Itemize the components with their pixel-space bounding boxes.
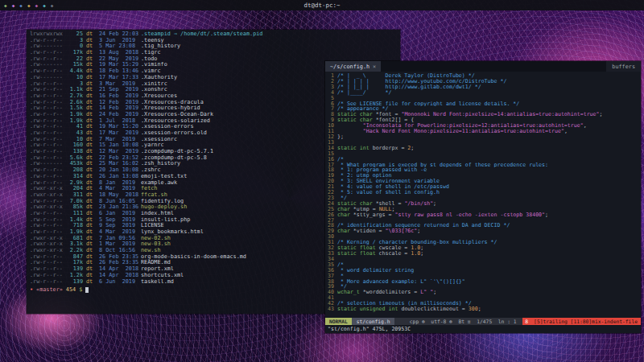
line-text: /* [337,262,641,268]
line-text: * What program is execed by st depends o… [337,162,641,168]
code-line: 20 * 3: SHELL environment variable [325,179,641,184]
line-text: /* |____/ */ [337,90,641,96]
file-name: .steampid ⇒ /home/dt/.steam/steam.pid [141,31,397,38]
prompt-status-dot: • [30,286,33,294]
line-text: * [337,274,641,279]
code-line: 40 wchar_t *worddelimiters = L" "; [325,290,641,295]
code-line: 31 /* Kerning / character bounding-box m… [325,240,641,245]
file-permissions: .rw-r--r-- [30,279,62,286]
line-text: static char *shell = "/bin/sh"; [337,201,641,207]
code-line: 29 char *vtiden = "\033[?6c"; [325,228,641,234]
line-text: * word delimiter string [337,268,641,274]
workspace-icon[interactable]: ◆ [51,2,54,8]
line-text: static char *font = "Mononoki Nerd Font:… [337,112,641,117]
workspace-icon[interactable]: ◆ [43,2,46,8]
line-text: /* | |_| | http://www.gitlab.com/dwt1/ *… [337,84,641,90]
code-line: 9 static char *font2[] = { [325,117,641,123]
buffers-button[interactable]: buffers [606,61,641,72]
statusline-info: cpp ⊕ utf-8 ⊕ Bt ≡ 1/475 ln : 1 [407,318,522,325]
git-branch-label: «master» [36,286,63,294]
close-icon[interactable]: × [373,64,376,70]
code-line: 36 * word delimiter string [325,268,641,274]
window-title: dt@dt-pc:~ [0,2,644,9]
workspace-icon[interactable]: ◆ [12,2,15,8]
workspace-icon[interactable]: ◆ [35,2,39,8]
line-text: char *utmp = NULL; [337,207,641,212]
file-name: .tig_history [141,43,397,50]
code-line: 17 * What program is execed by st depend… [325,162,641,168]
line-text: static float cwscale = 1.0; [337,245,641,251]
code-line: 22 * 5: value of shell in config.h [325,190,641,195]
line-text [337,218,641,224]
file-name: .teensy [141,38,397,44]
prompt-counter: 454 [66,286,76,294]
code-line: 21 * 4: value of shell in /etc/passwd [325,184,641,190]
code-line: 24 static char *shell = "/bin/sh"; [325,201,641,207]
code-line: 26 char *stty_args = "stty raw pass8 nl … [325,212,641,218]
code-line: 32 static float cwscale = 1.0; [325,245,641,251]
code-line: 41 [325,295,641,301]
workspace-icon[interactable]: ◆ [27,2,31,8]
line-text: * More advanced example: L" `'\"()[]{}" [337,279,641,285]
code-line: 16 /* [325,157,641,162]
code-line: 19 * 2: utmp option [325,173,641,179]
prompt-symbol: $ [79,286,82,294]
line-text: static char *font2[] = { [337,117,641,123]
cursor-block [85,287,89,293]
line-text: * 4: value of shell in /etc/passwd [337,184,641,190]
line-text: */ [337,284,641,290]
line-text: static unsigned int doubleclicktimeout =… [337,306,641,312]
statusline-filename: st/config.h [352,318,395,325]
line-text: /* [337,157,641,162]
line-text [337,140,641,146]
file-row: .rw------- 0 dt 5 Mar 23:08 .tig_history [30,43,397,50]
code-line: 13 [325,140,641,146]
vim-statusline: NORMAL st/config.h cpp ⊕ utf-8 ⊕ Bt ≡ 1/… [325,318,641,325]
line-text: static float chscale = 1.0; [337,251,641,257]
editor-buffer[interactable]: 1 /* | _ \ Derek Taylor (DistroTube) */ … [325,72,641,318]
line-text [337,257,641,262]
code-line: 37 * [325,274,641,279]
file-row: .rw-r--r-- 17k dt 13 Aug 2018 .tigrc [30,50,397,56]
file-size: 139 [65,279,83,286]
statusline-spacer [394,318,406,325]
line-text: * 2: utmp option [337,173,641,179]
line-text: wchar_t *worddelimiters = L" "; [337,290,641,295]
code-line: 3 /* | |_| | http://www.gitlab.com/dwt1/… [325,84,641,90]
code-line: 10 "Inconsolata for Powerline:pixelsize=… [325,123,641,129]
mode-indicator: NORMAL [325,318,352,325]
line-text: /* identification sequence returned in D… [337,223,641,228]
line-text: char *vtiden = "\033[?6c"; [337,228,641,234]
vim-cmdline[interactable]: "st/config.h" 475L, 20953C [325,325,641,333]
code-line: 11 "Hack Nerd Font Mono:pixelsize=11:ant… [325,129,641,134]
code-line: 14 static int borderpx = 2; [325,146,641,151]
line-text [337,234,641,240]
line-text: /* | | | | http://www.youtube.com/c/Dist… [337,79,641,84]
code-line: 28 /* identification sequence returned i… [325,223,641,228]
line-text [337,295,641,301]
code-line: 33 static float chscale = 1.0; [325,251,641,257]
workspace-icon[interactable]: ◆ [19,2,23,8]
file-row: lrwxrwxrwx 25 dt 24 Feb 22:03 .steampid … [30,31,397,38]
line-text: /* selection timeouts (in milliseconds) … [337,301,641,306]
line-text [337,151,641,157]
line-text: /* | _ \ Derek Taylor (DistroTube) */ [337,73,641,79]
line-text: static int borderpx = 2; [337,146,641,151]
line-text: }; [337,134,641,140]
line-text: /* Kerning / character bounding-box mult… [337,240,641,245]
line-text: */ [337,195,641,201]
code-line: 7 /* appearance */ [325,106,641,112]
tab-config-h[interactable]: ~/s/config.h × [325,61,381,72]
code-line: 15 [325,151,641,157]
code-line: 42 /* selection timeouts (in millisecond… [325,301,641,306]
error-count-badge: 8 [522,318,530,325]
code-line: 12 }; [325,134,641,140]
workspace-icon[interactable]: ◆ [4,2,7,8]
code-line: 6 /* See LICENSE file for copyright and … [325,101,641,107]
line-text: char *stty_args = "stty raw pass8 nl -ec… [337,212,641,218]
code-line: 39 */ [325,284,641,290]
terminal-window-editor[interactable]: ~/s/config.h × buffers 1 /* | _ \ Derek … [325,61,641,333]
code-line: 27 [325,218,641,224]
code-line: 43 static unsigned int doubleclicktimeou… [325,306,641,312]
line-text: /* See LICENSE file for copyright and li… [337,101,641,107]
